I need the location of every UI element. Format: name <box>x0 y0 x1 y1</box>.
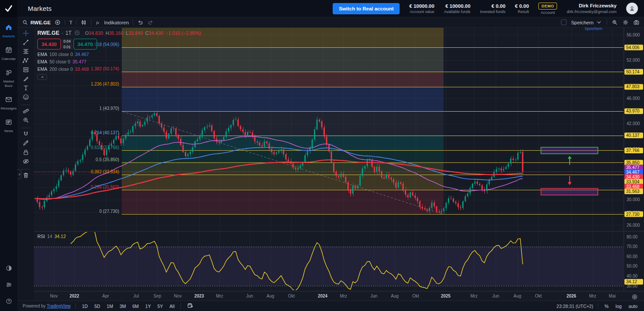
tradingview-link[interactable]: TradingView <box>47 304 70 308</box>
bid-button[interactable]: 34.430 <box>37 39 61 50</box>
trading-app: MarketsCalendarMarketBuzzMessagesNews Ma… <box>0 0 644 311</box>
undo-button[interactable] <box>137 19 143 26</box>
xabcd-pattern-icon <box>22 57 30 66</box>
avatar[interactable] <box>626 3 638 14</box>
sidebar-item-market-buzz[interactable]: MarketBuzz <box>0 67 17 89</box>
news-icon <box>5 118 13 128</box>
calendar-icon <box>5 46 13 56</box>
forecast-tool[interactable] <box>20 67 31 74</box>
envelope-icon <box>5 96 13 105</box>
ruler-tool[interactable] <box>20 109 31 115</box>
minus-circle-icon[interactable] <box>74 30 80 36</box>
interval-button[interactable]: T <box>69 20 72 25</box>
edit-mode-tool[interactable] <box>20 141 31 147</box>
account-type-badge: DEMO Account <box>538 3 557 15</box>
magnet-tool[interactable] <box>20 132 31 138</box>
contrast-icon[interactable] <box>5 265 13 274</box>
timeframe-all[interactable]: All <box>168 303 176 310</box>
account-stat: € 10000.00Account value <box>409 3 434 14</box>
go-to-date-button[interactable] <box>186 301 195 311</box>
redo-button[interactable] <box>147 19 154 26</box>
timeframe-6m[interactable]: 6M <box>131 303 140 310</box>
timeframe-5y[interactable]: 5Y <box>156 303 164 310</box>
indicator-row[interactable]: EMA200 close 033.468 <box>37 66 201 72</box>
sidebar-item-calendar[interactable]: Calendar <box>0 44 17 63</box>
indicator-row[interactable]: EMA100 close 034.467 <box>37 52 201 57</box>
zoom-in-tool[interactable] <box>20 118 31 124</box>
compare-symbol-button[interactable] <box>54 19 61 26</box>
search-icon <box>22 19 28 26</box>
sliders-icon[interactable] <box>5 281 13 290</box>
trash-icon <box>22 172 30 181</box>
help-icon[interactable] <box>5 298 13 307</box>
go-to-date-icon <box>187 302 194 309</box>
trash-tool[interactable] <box>20 173 31 179</box>
fib-retracement-tool[interactable] <box>20 49 31 56</box>
timeframe-1m[interactable]: 1M <box>105 303 114 310</box>
svg-text:fx: fx <box>97 20 100 25</box>
chart-legend: RWE.GE · 1T O34.830 H35.160 L33.840 C34.… <box>37 30 201 80</box>
account-stat: € 0.00Invested funds <box>480 3 506 14</box>
symbol-search[interactable]: RWE.GE <box>22 19 50 26</box>
panel-collapse-handle[interactable] <box>17 169 21 179</box>
snapshot-button[interactable] <box>633 19 640 26</box>
fib-retracement-icon <box>22 48 30 57</box>
emoji-tool[interactable] <box>20 95 31 101</box>
sidebar-item-news[interactable]: News <box>0 116 17 135</box>
crosshair-tool[interactable] <box>20 31 31 37</box>
layout-checkbox[interactable] <box>561 20 567 25</box>
chart-settings-button[interactable] <box>622 19 629 26</box>
timeframe-3m[interactable]: 3M <box>118 303 127 310</box>
scale-log-button[interactable]: log <box>614 303 623 310</box>
user-info: Dirk Friczewsky dirk.friczewsky@gmail.co… <box>567 3 617 14</box>
toolbar-divider <box>21 169 30 169</box>
emoji-icon <box>22 93 30 103</box>
indicators-button[interactable]: fx Indikatoren <box>95 19 129 26</box>
zoom-in-icon <box>22 116 30 126</box>
sidebar-item-markets[interactable]: Markets <box>0 22 17 40</box>
hide-drawings-tool[interactable] <box>20 159 31 165</box>
xabcd-pattern-tool[interactable] <box>20 58 31 65</box>
chart-style-button[interactable] <box>80 19 87 26</box>
gear-icon <box>622 19 629 26</box>
ask-button[interactable]: 34.470 <box>73 39 97 50</box>
save-layout-button[interactable]: Speichern <box>571 19 602 26</box>
powered-by: Powered by TradingView <box>23 304 70 308</box>
timeframe-1y[interactable]: 1Y <box>144 303 152 310</box>
ruler-icon <box>22 107 30 116</box>
text-tool-tool[interactable] <box>20 86 31 92</box>
quick-search-icon <box>611 19 618 26</box>
legend-symbol[interactable]: RWE.GE <box>37 30 59 36</box>
redo-icon <box>147 19 154 26</box>
toolbar-divider <box>607 20 607 25</box>
user-email: dirk.friczewsky@gmail.com <box>567 9 617 14</box>
hide-drawings-icon <box>22 158 30 167</box>
rsi-legend[interactable]: RSI 14 34.12 <box>37 234 66 239</box>
switch-to-real-account-button[interactable]: Switch to Real account <box>333 3 400 14</box>
symbol-label: RWE.GE <box>30 20 50 25</box>
magnet-icon <box>22 130 30 139</box>
timeframe-1d[interactable]: 1D <box>80 303 89 310</box>
indicator-row[interactable]: EMA50 close 035.477 <box>37 59 201 64</box>
timeframe-5d[interactable]: 5D <box>93 303 101 310</box>
spread: 0.04 0.01 <box>62 39 73 50</box>
home-icon <box>5 23 13 33</box>
trendline-tool[interactable] <box>20 40 31 46</box>
legend-interval: 1T <box>65 30 71 36</box>
lock-tool[interactable] <box>20 150 31 156</box>
text-tool-icon <box>22 84 30 93</box>
scale-percent-button[interactable]: % <box>603 303 610 310</box>
clock[interactable]: 23:28:31 (UTC+2) <box>557 304 593 309</box>
quick-search-button[interactable] <box>611 19 618 26</box>
drawing-toolbar <box>17 28 34 301</box>
save-tooltip: Speichern <box>584 26 602 31</box>
app-header: Markets Switch to Real account € 10000.0… <box>17 0 644 17</box>
undo-icon <box>137 19 143 26</box>
app-sidebar: MarketsCalendarMarketBuzzMessagesNews <box>0 0 17 311</box>
brush-tool[interactable] <box>20 76 31 83</box>
camera-icon <box>633 19 640 26</box>
trendline-icon <box>22 39 30 48</box>
collapse-indicators-button[interactable] <box>37 74 47 80</box>
scale-auto-button[interactable]: auto <box>627 303 639 310</box>
sidebar-item-messages[interactable]: Messages <box>0 94 17 112</box>
